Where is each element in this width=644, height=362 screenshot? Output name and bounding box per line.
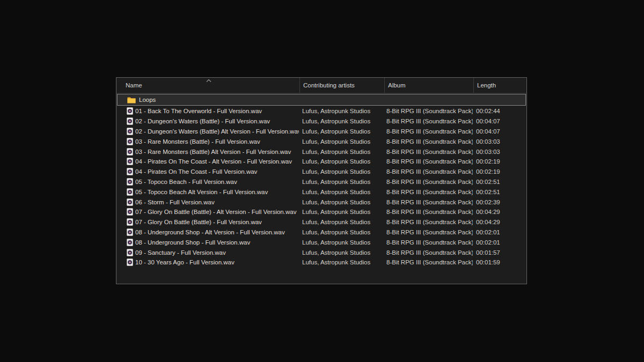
file-artist-cell: Lufus, Astropunk Studios [299,128,384,135]
file-name-cell: 09 - Sanctuary - Full Version.wav [116,249,299,256]
file-name-cell: 07 - Glory On Battle (Battle) - Alt Vers… [116,208,299,216]
file-name-text: 08 - Underground Shop - Full Version.wav [135,239,250,246]
audio-file-icon [127,218,133,226]
file-album-cell: 8-Bit RPG III (Soundtrack Pack) [384,239,473,246]
file-name-cell: 06 - Storm - Full Version.wav [116,198,299,206]
file-name-text: 06 - Storm - Full Version.wav [135,199,215,205]
file-name-text: 03 - Rare Monsters (Battle) - Full Versi… [135,138,260,145]
table-row[interactable]: 10 - 30 Years Ago - Full Version.wav Luf… [116,257,526,268]
file-album-cell: 8-Bit RPG III (Soundtrack Pack) [384,229,473,235]
column-header-length[interactable]: Length [473,78,526,93]
column-header-row: Name Contributing artists Album Length [116,78,526,93]
file-name-text: 01 - Back To The Overworld - Full Versio… [135,108,262,114]
audio-file-icon [127,208,133,216]
audio-file-icon [127,258,133,266]
table-row[interactable]: 02 - Dungeon's Waters (Battle) Alt Versi… [116,127,526,137]
file-length-cell: 00:04:29 [473,209,526,215]
file-artist-cell: Lufus, Astropunk Studios [299,259,384,265]
file-name-text: 10 - 30 Years Ago - Full Version.wav [135,259,235,265]
file-artist-cell: Lufus, Astropunk Studios [299,158,384,165]
folder-row-label: Loops [139,97,156,103]
file-length-cell: 00:01:57 [473,249,526,256]
file-artist-cell: Lufus, Astropunk Studios [299,138,384,145]
file-length-cell: 00:02:19 [473,168,526,175]
file-name-cell: 01 - Back To The Overworld - Full Versio… [116,107,299,115]
table-row[interactable]: 06 - Storm - Full Version.wav Lufus, Ast… [116,197,526,207]
file-length-cell: 00:04:29 [473,219,526,225]
file-name-text: 03 - Rare Monsters (Battle) Alt Version … [135,149,291,155]
table-row[interactable]: 03 - Rare Monsters (Battle) - Full Versi… [116,136,526,146]
column-header-contributing-artists[interactable]: Contributing artists [299,78,384,93]
file-name-text: 07 - Glory On Battle (Battle) - Alt Vers… [135,209,296,215]
folder-icon [127,97,136,104]
file-album-cell: 8-Bit RPG III (Soundtrack Pack) [384,149,473,155]
file-album-cell: 8-Bit RPG III (Soundtrack Pack) [384,209,473,215]
file-length-cell: 00:02:44 [473,108,526,114]
file-name-text: 04 - Pirates On The Coast - Full Version… [135,168,257,175]
column-header-album[interactable]: Album [384,78,473,93]
file-album-cell: 8-Bit RPG III (Soundtrack Pack) [384,158,473,165]
table-row[interactable]: 04 - Pirates On The Coast - Alt Version … [116,157,526,167]
file-album-cell: 8-Bit RPG III (Soundtrack Pack) [384,259,473,265]
sort-ascending-chevron-up-icon [206,79,212,82]
file-name-cell: 04 - Pirates On The Coast - Alt Version … [116,158,299,165]
file-album-cell: 8-Bit RPG III (Soundtrack Pack) [384,179,473,185]
file-album-cell: 8-Bit RPG III (Soundtrack Pack) [384,199,473,205]
file-length-cell: 00:02:39 [473,199,526,205]
table-row[interactable]: 05 - Topoco Beach - Full Version.wav Luf… [116,177,526,187]
folder-row-loops[interactable]: Loops [117,94,526,106]
audio-file-icon [127,148,133,156]
file-length-cell: 00:03:03 [473,138,526,145]
file-length-cell: 00:02:01 [473,239,526,246]
file-name-cell: 02 - Dungeon's Waters (Battle) Alt Versi… [116,128,299,135]
file-length-cell: 00:02:01 [473,229,526,235]
file-explorer-window: Name Contributing artists Album Length L… [116,77,527,284]
file-artist-cell: Lufus, Astropunk Studios [299,118,384,124]
table-row[interactable]: 03 - Rare Monsters (Battle) Alt Version … [116,146,526,157]
file-name-cell: 08 - Underground Shop - Full Version.wav [116,239,299,246]
file-artist-cell: Lufus, Astropunk Studios [299,239,384,246]
audio-file-icon [127,249,133,256]
file-name-text: 04 - Pirates On The Coast - Alt Version … [135,158,292,165]
file-artist-cell: Lufus, Astropunk Studios [299,149,384,155]
table-row[interactable]: 01 - Back To The Overworld - Full Versio… [116,106,526,116]
file-name-text: 07 - Glory On Battle (Battle) - Full Ver… [135,219,262,225]
file-name-text: 09 - Sanctuary - Full Version.wav [135,249,226,256]
audio-file-icon [127,158,133,165]
file-name-text: 02 - Dungeon's Waters (Battle) Alt Versi… [135,128,299,135]
audio-file-icon [127,128,133,135]
file-artist-cell: Lufus, Astropunk Studios [299,249,384,256]
table-row[interactable]: 08 - Underground Shop - Alt Version - Fu… [116,227,526,238]
audio-file-icon [127,168,133,175]
file-name-cell: 08 - Underground Shop - Alt Version - Fu… [116,228,299,236]
file-artist-cell: Lufus, Astropunk Studios [299,229,384,235]
audio-file-icon [127,198,133,206]
file-length-cell: 00:04:07 [473,128,526,135]
file-artist-cell: Lufus, Astropunk Studios [299,168,384,175]
file-album-cell: 8-Bit RPG III (Soundtrack Pack) [384,138,473,145]
file-album-cell: 8-Bit RPG III (Soundtrack Pack) [384,108,473,114]
file-length-cell: 00:02:51 [473,189,526,195]
file-artist-cell: Lufus, Astropunk Studios [299,199,384,205]
table-row[interactable]: 09 - Sanctuary - Full Version.wav Lufus,… [116,247,526,257]
table-row[interactable]: 08 - Underground Shop - Full Version.wav… [116,237,526,247]
file-length-cell: 00:01:59 [473,259,526,265]
table-row[interactable]: 05 - Topoco Beach Alt Version - Full Ver… [116,187,526,197]
file-name-cell: 05 - Topoco Beach - Full Version.wav [116,178,299,186]
file-name-cell: 04 - Pirates On The Coast - Full Version… [116,168,299,175]
file-artist-cell: Lufus, Astropunk Studios [299,209,384,215]
file-length-cell: 00:02:51 [473,179,526,185]
file-album-cell: 8-Bit RPG III (Soundtrack Pack) [384,118,473,124]
file-name-cell: 03 - Rare Monsters (Battle) Alt Version … [116,148,299,156]
table-row[interactable]: 07 - Glory On Battle (Battle) - Alt Vers… [116,207,526,217]
audio-file-icon [127,117,133,125]
audio-file-icon [127,107,133,115]
table-row[interactable]: 02 - Dungeon's Waters (Battle) - Full Ve… [116,116,526,127]
file-album-cell: 8-Bit RPG III (Soundtrack Pack) [384,219,473,225]
audio-file-icon [127,228,133,236]
file-length-cell: 00:03:03 [473,149,526,155]
file-name-cell: 05 - Topoco Beach Alt Version - Full Ver… [116,188,299,196]
file-list: 01 - Back To The Overworld - Full Versio… [116,106,526,268]
table-row[interactable]: 04 - Pirates On The Coast - Full Version… [116,167,526,177]
table-row[interactable]: 07 - Glory On Battle (Battle) - Full Ver… [116,217,526,227]
